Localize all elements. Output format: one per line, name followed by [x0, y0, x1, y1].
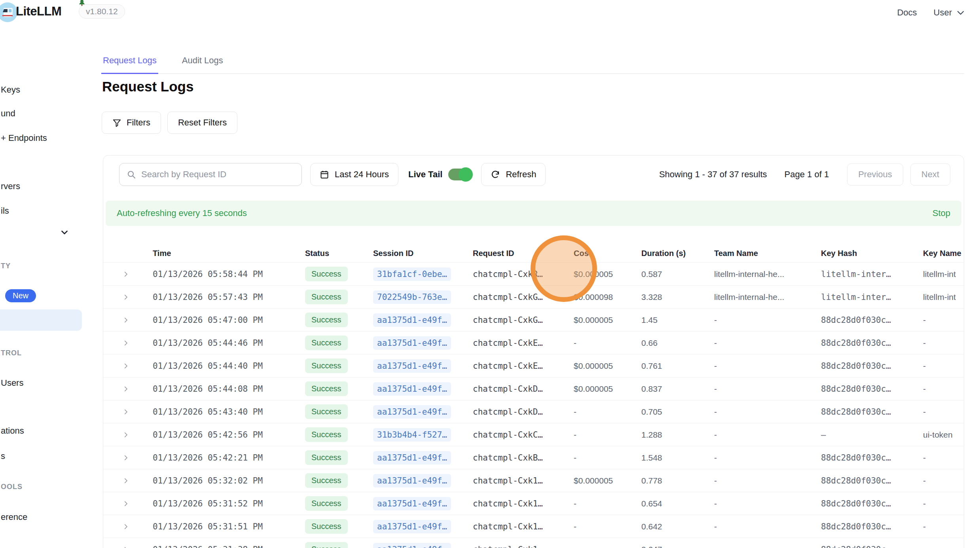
session-id-link[interactable]: aa1375d1-e49f… [373, 474, 451, 487]
expand-row-chevron-right-icon[interactable] [122, 431, 153, 438]
cell-time: 01/13/2026 05:58:44 PM [153, 269, 305, 279]
cell-cost: $0.000005 [574, 315, 641, 325]
cell-request-id: chatcmpl-CxkR… [473, 269, 574, 279]
sidebar-item-playground[interactable]: und [1, 108, 15, 119]
filters-button-label: Filters [127, 118, 150, 128]
tree-decoration-icon [78, 0, 86, 7]
cell-session-id: aa1375d1-e49f… [373, 497, 473, 510]
user-menu-label: User [934, 8, 952, 18]
train-icon [1, 6, 14, 19]
refresh-icon [491, 170, 500, 179]
cell-key-name: ui-token [923, 430, 964, 440]
filters-button[interactable]: Filters [102, 112, 161, 134]
expand-row-chevron-right-icon[interactable] [122, 454, 153, 461]
status-badge: Success [305, 381, 348, 396]
previous-page-button[interactable]: Previous [847, 163, 903, 186]
status-badge: Success [305, 290, 348, 304]
session-id-link[interactable]: 31b3b4b4-f527… [373, 428, 451, 442]
cell-time: 01/13/2026 05:31:52 PM [153, 499, 305, 508]
tab-request-logs[interactable]: Request Logs [101, 53, 158, 74]
cell-team-name: litellm-internal-he... [714, 292, 821, 302]
sidebar-item-guardrails[interactable]: ils [1, 206, 9, 216]
auto-refresh-message: Auto-refreshing every 15 seconds [117, 208, 247, 218]
cell-cost: - [574, 338, 641, 348]
expand-row-chevron-right-icon[interactable] [122, 294, 153, 301]
session-id-link[interactable]: aa1375d1-e49f… [373, 451, 451, 465]
cell-key-name: - [923, 315, 964, 325]
cell-session-id: aa1375d1-e49f… [373, 543, 473, 548]
session-id-link[interactable]: 7022549b-763e… [373, 290, 451, 304]
expand-row-chevron-right-icon[interactable] [122, 546, 153, 548]
sidebar-item-servers[interactable]: rvers [1, 181, 20, 192]
calendar-icon [320, 170, 329, 179]
search-input[interactable] [141, 169, 294, 180]
expand-row-chevron-right-icon[interactable] [122, 477, 153, 484]
cell-status: Success [305, 542, 373, 548]
expand-row-chevron-right-icon[interactable] [122, 317, 153, 324]
cell-session-id: aa1375d1-e49f… [373, 313, 473, 327]
cell-key-name: - [923, 522, 964, 531]
cell-request-id: chatcmpl-Cxk1… [473, 476, 574, 485]
sidebar-item-logs-selected[interactable] [0, 309, 82, 331]
refresh-button[interactable]: Refresh [481, 163, 546, 186]
cell-key-hash: 88dc28d0f030c… [821, 338, 923, 348]
cell-request-id: chatcmpl-Cxk1… [473, 522, 574, 531]
sidebar-section-observability: TY [1, 262, 11, 270]
cell-session-id: 31b3b4b4-f527… [373, 428, 473, 442]
time-range-button[interactable]: Last 24 Hours [310, 163, 398, 186]
cell-request-id: chatcmpl-Cxk1… [473, 545, 574, 548]
reset-filters-button[interactable]: Reset Filters [167, 112, 237, 134]
expand-row-chevron-right-icon[interactable] [122, 408, 153, 415]
expand-row-chevron-right-icon[interactable] [122, 385, 153, 393]
session-id-link[interactable]: aa1375d1-e49f… [373, 382, 451, 396]
cell-key-hash: 88dc28d0f030c… [821, 384, 923, 394]
expand-row-chevron-right-icon[interactable] [122, 500, 153, 507]
sidebar-item-api-reference[interactable]: erence [1, 512, 27, 522]
session-id-link[interactable]: aa1375d1-e49f… [373, 313, 451, 327]
sidebar-item-teams[interactable]: s [1, 451, 5, 461]
sidebar-item-internal-users[interactable]: Users [1, 378, 23, 388]
status-badge: Success [305, 519, 348, 534]
sidebar-item-organizations[interactable]: ations [1, 426, 24, 436]
sidebar-expand-chevron-down-icon[interactable] [59, 227, 70, 237]
sidebar-item-models-endpoints[interactable]: + Endpoints [1, 133, 47, 143]
session-id-link[interactable]: aa1375d1-e49f… [373, 520, 451, 533]
cell-key-name: - [923, 499, 964, 508]
cell-request-id: chatcmpl-Cxk1… [473, 499, 574, 508]
tab-audit-logs[interactable]: Audit Logs [180, 53, 225, 73]
live-tail-toggle[interactable] [448, 169, 472, 180]
expand-row-chevron-right-icon[interactable] [122, 362, 153, 370]
status-badge: Success [305, 313, 348, 327]
cell-time: 01/13/2026 05:31:51 PM [153, 522, 305, 531]
expand-row-chevron-right-icon[interactable] [122, 271, 153, 278]
expand-row-chevron-right-icon[interactable] [122, 339, 153, 347]
session-id-link[interactable]: 31bfa1cf-0ebe… [373, 267, 451, 281]
cell-request-id: chatcmpl-CxkG… [473, 292, 574, 302]
cell-key-hash: 88dc28d0f030c… [821, 407, 923, 417]
live-tail-label: Live Tail [408, 169, 442, 180]
sidebar-item-keys[interactable]: Keys [1, 85, 20, 95]
cell-cost: - [574, 430, 641, 440]
cell-time: 01/13/2026 05:42:21 PM [153, 453, 305, 463]
chevron-down-icon [956, 8, 965, 17]
session-id-link[interactable]: aa1375d1-e49f… [373, 405, 451, 419]
sidebar-section-tools: OOLS [1, 483, 23, 491]
session-id-link[interactable]: aa1375d1-e49f… [373, 543, 451, 548]
column-header: Session ID [373, 249, 473, 258]
session-id-link[interactable]: aa1375d1-e49f… [373, 336, 451, 350]
docs-link[interactable]: Docs [897, 8, 917, 18]
cell-key-name: - [923, 453, 964, 463]
session-id-link[interactable]: aa1375d1-e49f… [373, 359, 451, 373]
cell-time: 01/13/2026 05:44:40 PM [153, 361, 305, 371]
cell-session-id: aa1375d1-e49f… [373, 520, 473, 533]
user-menu[interactable]: User [934, 8, 965, 18]
expand-row-chevron-right-icon[interactable] [122, 523, 153, 530]
cell-session-id: aa1375d1-e49f… [373, 474, 473, 487]
cell-status: Success [305, 427, 373, 442]
cell-time: 01/13/2026 05:43:40 PM [153, 407, 305, 417]
cell-key-name: - [923, 407, 964, 417]
session-id-link[interactable]: aa1375d1-e49f… [373, 497, 451, 510]
table-header: TimeStatusSession IDRequest IDCostDurati… [103, 244, 964, 262]
stop-auto-refresh-button[interactable]: Stop [933, 208, 950, 218]
next-page-button[interactable]: Next [910, 163, 950, 186]
